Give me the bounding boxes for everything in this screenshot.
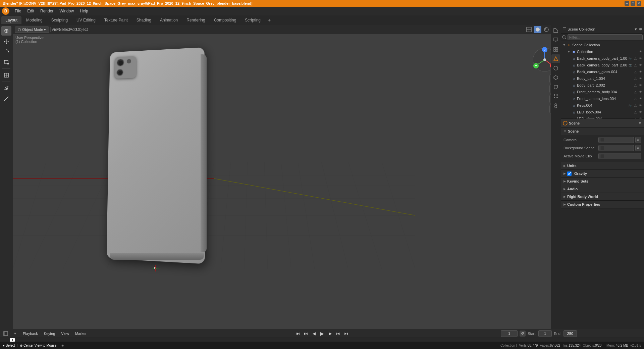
tri-icon[interactable]: △: [633, 69, 638, 74]
tab-shading[interactable]: Shading: [132, 16, 155, 24]
prev-frame-button[interactable]: ▶: [310, 330, 318, 337]
timeline-editor-icon[interactable]: [2, 330, 9, 337]
eye-icon[interactable]: 👁: [638, 63, 643, 67]
cursor-tool-button[interactable]: [1, 26, 11, 36]
tri-icon[interactable]: △: [633, 110, 638, 114]
particles-properties-tab[interactable]: [551, 92, 560, 101]
tri-icon[interactable]: △: [633, 116, 638, 119]
outliner-item-back-camera-2[interactable]: △ Back_camera_body_part_2.002 📷 △ 👁: [561, 62, 644, 68]
tri-icon[interactable]: △: [633, 96, 638, 101]
properties-options-icon[interactable]: ▼: [638, 121, 642, 126]
menu-help[interactable]: Help: [77, 8, 91, 14]
tab-scripting[interactable]: Scripting: [241, 16, 265, 24]
physics-properties-tab[interactable]: [551, 101, 560, 110]
scene-section-header[interactable]: ▼ Scene: [561, 128, 644, 135]
eye-icon[interactable]: 👁: [638, 90, 643, 94]
keying-sets-header[interactable]: ▶ Keying Sets: [561, 178, 644, 185]
select-menu-button[interactable]: Select: [61, 26, 68, 33]
frame-options-button[interactable]: ⏱: [520, 331, 526, 337]
tab-uv-editing[interactable]: UV Editing: [72, 16, 100, 24]
outliner-item-led-glass[interactable]: △ LED_glass.004 △ 👁: [561, 115, 644, 119]
next-frame-button[interactable]: ▶: [326, 330, 334, 337]
visibility-icon[interactable]: 👁: [638, 49, 643, 54]
menu-file[interactable]: File: [12, 8, 24, 14]
expand-icon[interactable]: ▼: [562, 43, 566, 47]
jump-prev-keyframe-button[interactable]: ⏭: [302, 330, 310, 337]
current-frame-input[interactable]: [501, 330, 518, 337]
eye-icon[interactable]: 👁: [638, 96, 643, 101]
outliner-options-icon[interactable]: ⊕: [639, 27, 642, 31]
tri-icon[interactable]: △: [633, 63, 638, 67]
menu-render[interactable]: Render: [38, 8, 56, 14]
outliner-item-back-camera-glass[interactable]: △ Back_camera_glass.004 △ 👁: [561, 68, 644, 75]
eye-icon[interactable]: 👁: [638, 56, 643, 61]
outliner-item-keys[interactable]: △ Keys.004 📷 △ 👁: [561, 102, 644, 109]
cam-icon[interactable]: 📷: [628, 56, 633, 61]
bg-scene-edit-button[interactable]: ✏: [635, 145, 641, 151]
outliner-item-body-2[interactable]: △ Body_part_2.002 △ 👁: [561, 82, 644, 89]
cam-icon[interactable]: 📷: [628, 103, 633, 108]
outliner-item-front-lens[interactable]: △ Front_camera_lens.004 △ 👁: [561, 95, 644, 102]
background-scene-value[interactable]: [598, 145, 634, 151]
gravity-checkbox[interactable]: [567, 171, 572, 176]
expand-icon[interactable]: ▼: [567, 50, 571, 54]
scene-canvas[interactable]: Z X Y: [13, 34, 561, 329]
output-properties-tab[interactable]: [551, 36, 560, 44]
outliner-collection[interactable]: ▼ ▣ Collection 👁: [561, 48, 644, 55]
tri-icon[interactable]: △: [633, 103, 638, 108]
timeline-dropdown-icon[interactable]: ▼: [11, 330, 19, 337]
tri-icon[interactable]: △: [633, 76, 638, 81]
object-menu-button[interactable]: Object: [78, 26, 86, 33]
scale-tool-button[interactable]: [1, 57, 11, 67]
viewport-3d[interactable]: ⬡ Object Mode ▾ View Select Add Object: [13, 25, 561, 329]
keying-menu[interactable]: Keying: [42, 331, 57, 336]
tab-rendering[interactable]: Rendering: [182, 16, 209, 24]
tab-modeling[interactable]: Modeling: [22, 16, 47, 24]
object-mode-selector[interactable]: ⬡ Object Mode ▾: [15, 27, 49, 33]
tri-icon[interactable]: △: [633, 56, 638, 61]
playback-menu[interactable]: Playback: [21, 331, 40, 336]
tab-sculpting[interactable]: Sculpting: [47, 16, 72, 24]
camera-edit-button[interactable]: ✏: [635, 137, 641, 143]
object-properties-tab[interactable]: [551, 73, 560, 82]
close-button[interactable]: ✕: [637, 1, 641, 6]
custom-properties-header[interactable]: ▶ Custom Properties: [561, 201, 644, 208]
viewport-shading-solid[interactable]: [534, 26, 541, 33]
jump-end-button[interactable]: ⏮: [342, 330, 350, 337]
eye-icon[interactable]: 👁: [638, 69, 643, 74]
tab-texture-paint[interactable]: Texture Paint: [100, 16, 132, 24]
outliner-scene-collection[interactable]: ▼ ⊞ Scene Collection: [561, 42, 644, 48]
eye-icon[interactable]: 👁: [638, 103, 643, 108]
measure-tool-button[interactable]: [1, 94, 11, 103]
gravity-section-header[interactable]: ▶ Gravity: [561, 170, 644, 177]
audio-header[interactable]: ▶ Audio: [561, 185, 644, 193]
blender-logo[interactable]: B: [2, 7, 9, 15]
play-button[interactable]: ▶: [318, 330, 326, 337]
minimize-button[interactable]: ─: [625, 1, 629, 6]
jump-next-keyframe-button[interactable]: ⏭: [334, 330, 342, 337]
tab-compositing[interactable]: Compositing: [210, 16, 240, 24]
tri-icon[interactable]: △: [633, 90, 638, 94]
outliner-item-led-body[interactable]: △ LED_body.004 △ 👁: [561, 109, 644, 115]
tri-icon[interactable]: △: [633, 83, 638, 88]
transform-tool-button[interactable]: [1, 70, 11, 80]
outliner-item-body-1[interactable]: △ Body_part_1.004 △ 👁: [561, 75, 644, 82]
cam-icon[interactable]: 📷: [628, 63, 633, 67]
outliner-filter-icon[interactable]: ▼: [634, 27, 638, 31]
modifier-properties-tab[interactable]: [551, 83, 560, 91]
rigid-body-world-header[interactable]: ▶ Rigid Body World: [561, 193, 644, 200]
jump-start-button[interactable]: ⏮: [294, 330, 302, 337]
tab-animation[interactable]: Animation: [156, 16, 182, 24]
menu-window[interactable]: Window: [57, 8, 76, 14]
units-section-header[interactable]: ▶ Units: [561, 162, 644, 169]
active-movie-clip-value[interactable]: [598, 153, 641, 159]
scene-properties-tab[interactable]: [551, 54, 560, 63]
outliner-search-input[interactable]: [568, 34, 643, 40]
outliner-item-back-camera-1[interactable]: △ Back_camera_body_part_1.002 📷 △ 👁: [561, 55, 644, 62]
eye-icon[interactable]: 👁: [638, 83, 643, 88]
view-layer-tab[interactable]: [551, 45, 560, 54]
annotate-tool-button[interactable]: [1, 84, 11, 93]
end-frame-input[interactable]: [564, 330, 577, 337]
menu-edit[interactable]: Edit: [24, 8, 37, 14]
world-properties-tab[interactable]: [551, 64, 560, 72]
